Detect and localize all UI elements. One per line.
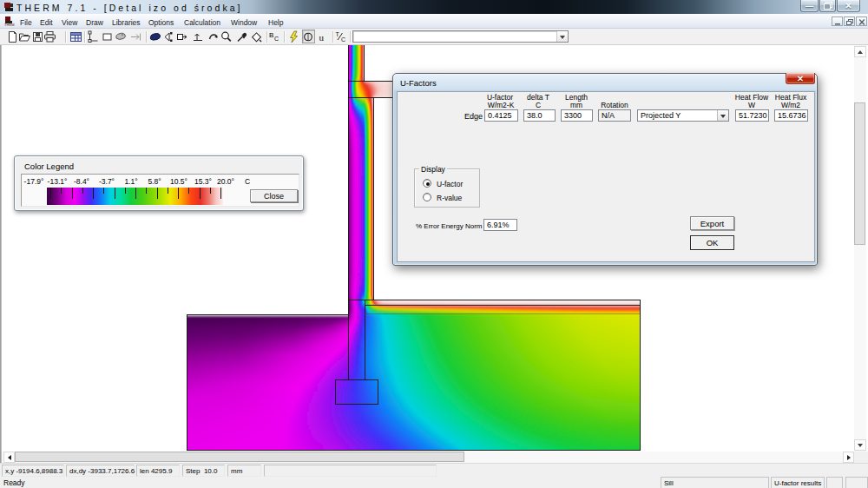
svg-text:B: B	[269, 31, 273, 39]
svg-text:u: u	[319, 32, 325, 43]
svg-text:C: C	[274, 36, 279, 42]
svg-text:C: C	[341, 36, 345, 43]
svg-text:T: T	[336, 31, 340, 37]
svg-text:THRM: THRM	[4, 23, 15, 27]
